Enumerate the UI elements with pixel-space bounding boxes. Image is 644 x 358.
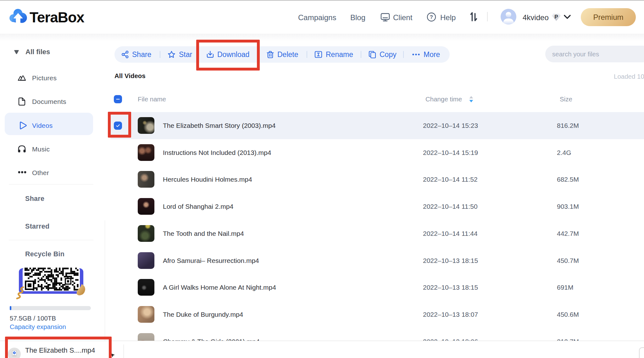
svg-text:?: ? [430, 14, 433, 20]
svg-text:P: P [554, 14, 558, 20]
